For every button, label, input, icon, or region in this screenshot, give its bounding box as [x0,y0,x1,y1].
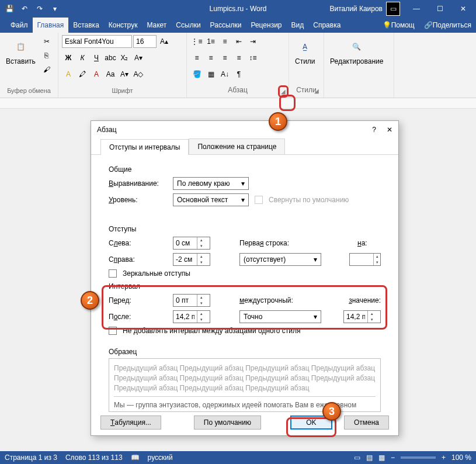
justify-icon[interactable]: ≡ [232,51,245,64]
editing-button[interactable]: 🔍 Редактирование [328,35,385,68]
status-proof-icon[interactable]: 📖 [131,453,140,462]
qa-dropdown-icon[interactable]: ▾ [48,2,62,16]
view-print-icon[interactable]: ▤ [366,453,373,462]
zoom-value[interactable]: 100 % [451,453,471,462]
cut-icon[interactable]: ✂ [40,35,53,48]
decrease-indent-icon[interactable]: ⇤ [232,35,245,48]
increase-indent-icon[interactable]: ⇥ [246,35,259,48]
dialog-titlebar: Абзац ? ✕ [91,121,398,138]
clear-format-icon[interactable]: A◇ [132,68,145,81]
show-marks-icon[interactable]: ¶ [232,68,245,81]
line-spacing-icon[interactable]: ↕≡ [246,51,259,64]
tab-layout[interactable]: Макет [142,18,171,33]
user-name: Виталий Каиров [329,5,383,13]
minimize-icon[interactable]: ― [405,1,428,17]
ribbon-options-icon[interactable]: ▭ [381,1,405,17]
default-button[interactable]: По умолчанию [194,415,261,430]
font-highlight-icon[interactable]: A [62,68,75,81]
text-effects-icon[interactable]: A▾ [132,51,145,64]
bullets-icon[interactable]: ⋮≡ [190,35,203,48]
view-web-icon[interactable]: ▦ [378,453,385,462]
underline-icon[interactable]: Ч [90,51,103,64]
share-button[interactable]: 🔗 Поделиться [419,18,476,33]
styles-button[interactable]: A̲ Стили [293,35,318,68]
tab-insert[interactable]: Вставка [68,18,104,33]
collapsed-checkbox [255,196,263,204]
font-color-icon[interactable]: A [90,68,103,81]
borders-icon[interactable]: ▦ [204,68,217,81]
outline-combo[interactable]: Основной текст▾ [173,193,249,206]
tab-file[interactable]: Файл [6,18,33,33]
align-right-icon[interactable]: ≡ [218,51,231,64]
indent-left-input[interactable]: ▴▾ [173,237,210,250]
group-label-font: Шрифт [62,86,183,95]
paragraph-dialog: Абзац ? ✕ Отступы и интервалы Положение … [91,120,399,436]
format-painter-icon[interactable]: 🖌 [40,63,53,76]
strike-icon[interactable]: abc [104,51,117,64]
numbering-icon[interactable]: 1≡ [204,35,217,48]
sub-sup-icon[interactable]: X₂ [118,51,131,64]
maximize-icon[interactable]: ☐ [428,1,451,17]
align-center-icon[interactable]: ≡ [204,51,217,64]
by-input[interactable]: ▴▾ [349,253,381,266]
chevron-down-icon: ▾ [241,179,245,188]
dialog-tabs: Отступы и интервалы Положение на страниц… [91,138,398,155]
indent-right-input[interactable]: ▴▾ [173,253,210,266]
multilevel-icon[interactable]: ≡ [218,35,231,48]
shading-icon[interactable]: 🪣 [190,68,203,81]
view-read-icon[interactable]: ▭ [354,453,360,462]
align-left-icon[interactable]: ≡ [190,51,203,64]
shrink-font-icon[interactable]: A▾ [118,68,131,81]
bold-icon[interactable]: Ж [62,51,75,64]
status-lang[interactable]: русский [148,453,173,462]
tab-review[interactable]: Рецензир [246,18,286,33]
italic-icon[interactable]: К [76,51,89,64]
redo-icon[interactable]: ↷ [33,2,47,16]
zoom-out-icon[interactable]: − [391,453,395,462]
font-size-combo[interactable]: 16 [133,35,157,48]
tab-home[interactable]: Главная [33,18,69,33]
paste-label: Вставить [6,57,36,65]
tell-me[interactable]: 💡 Помощ [378,18,419,33]
tab-view[interactable]: Вид [287,18,309,33]
label-left: Слева: [109,239,167,247]
tab-mailings[interactable]: Рассылки [206,18,246,33]
tab-references[interactable]: Ссылки [171,18,205,33]
save-icon[interactable]: 💾 [2,2,16,16]
tab-linebreaks[interactable]: Положение на странице [189,138,285,154]
highlight-icon[interactable]: 🖍 [76,68,89,81]
tab-help[interactable]: Справка [308,18,345,33]
section-preview: Образец [109,348,381,356]
chevron-down-icon: ▾ [314,255,317,264]
font-name-combo[interactable]: Eskal Font4You [62,35,132,48]
status-words[interactable]: Слово 113 из 113 [65,453,123,462]
close-icon[interactable]: ✕ [451,1,475,17]
change-case-icon[interactable]: Aa [104,68,117,81]
special-combo[interactable]: (отсутствует)▾ [239,253,321,266]
tab-design[interactable]: Конструк [104,18,143,33]
ruler-horizontal[interactable] [0,98,476,109]
tab-indents[interactable]: Отступы и интервалы [100,139,189,155]
copy-icon[interactable]: ⎘ [40,49,53,62]
dialog-close-icon[interactable]: ✕ [387,126,392,134]
dialog-help-icon[interactable]: ? [372,126,376,134]
status-page[interactable]: Страница 1 из 3 [5,453,57,462]
styles-launcher-icon[interactable]: ◢ [314,88,319,94]
zoom-in-icon[interactable]: + [442,453,446,462]
group-label-editing [328,93,390,95]
styles-icon: A̲ [296,37,314,56]
label-by: на: [357,239,381,247]
zoom-slider[interactable] [401,456,436,459]
alignment-combo[interactable]: По левому краю▾ [173,177,249,190]
paste-button[interactable]: 📋 Вставить [4,35,38,68]
cancel-button[interactable]: Отмена [344,415,389,430]
tabs-button[interactable]: Табуляция... [100,415,161,430]
grow-font-icon[interactable]: A▴ [158,35,171,48]
sort-icon[interactable]: A↓ [218,68,231,81]
quick-access: 💾 ↶ ↷ ▾ [2,2,62,16]
undo-icon[interactable]: ↶ [18,2,32,16]
group-label-styles: Стили ◢ [293,85,320,95]
label-special: Первая строка: [239,239,304,247]
mirror-checkbox[interactable] [109,269,117,278]
titlebar: 💾 ↶ ↷ ▾ Lumpics.ru - Word Виталий Каиров… [0,0,476,18]
